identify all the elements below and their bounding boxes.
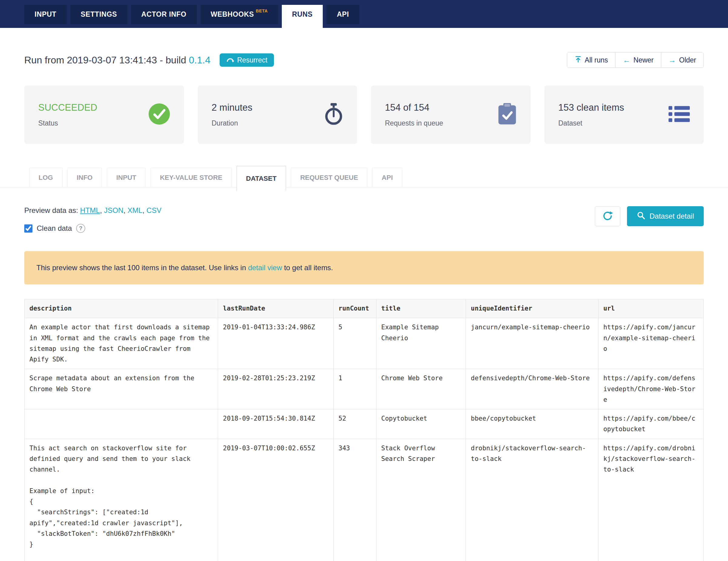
older-label: Older bbox=[679, 56, 696, 64]
dataset-value: 153 clean items bbox=[558, 102, 624, 113]
build-version-link[interactable]: 0.1.4 bbox=[189, 55, 211, 66]
status-label: Status bbox=[38, 119, 97, 127]
column-header-url: url bbox=[598, 299, 703, 318]
cell-description: Scrape metadata about an extension from … bbox=[25, 369, 218, 409]
notice-wrapper: This preview shows the last 100 items in… bbox=[0, 251, 728, 284]
separator: , bbox=[123, 206, 127, 215]
cell-description: An example actor that first downloads a … bbox=[25, 318, 218, 369]
newer-label: Newer bbox=[633, 56, 653, 64]
tab-api[interactable]: API bbox=[372, 168, 402, 187]
cell-title: Chrome Web Store bbox=[376, 369, 466, 409]
preview-controls: Preview data as: HTML, JSON, XML, CSV Cl… bbox=[0, 206, 728, 233]
tab-log[interactable]: LOG bbox=[29, 168, 62, 187]
preview-label: Preview data as: bbox=[24, 206, 80, 215]
notice-text-after: to get all items. bbox=[282, 264, 333, 272]
all-runs-button[interactable]: All runs bbox=[567, 52, 615, 68]
cell-runcount: 5 bbox=[333, 318, 376, 369]
status-value: SUCCEEDED bbox=[38, 102, 97, 113]
format-link-html[interactable]: HTML bbox=[80, 206, 100, 215]
cell-lastrundate: 2019-03-07T10:00:02.655Z bbox=[218, 439, 334, 561]
cell-lastrundate: 2018-09-20T15:54:30.814Z bbox=[218, 409, 334, 439]
run-stats: SUCCEEDED Status 2 minutes Duration 154 … bbox=[0, 86, 728, 144]
table-row: Scrape metadata about an extension from … bbox=[25, 369, 704, 409]
table-row: 2018-09-20T15:54:30.814Z 52 Copytobucket… bbox=[25, 409, 704, 439]
all-runs-icon bbox=[575, 56, 582, 65]
nav-tab-runs[interactable]: RUNS bbox=[282, 5, 323, 31]
column-header-title: title bbox=[376, 299, 466, 318]
detail-view-link[interactable]: detail view bbox=[248, 264, 282, 272]
stopwatch-icon bbox=[324, 103, 343, 126]
cell-title: Stack Overflow Search Scraper bbox=[376, 439, 466, 561]
nav-tab-input[interactable]: INPUT bbox=[24, 5, 67, 24]
stat-card-duration: 2 minutes Duration bbox=[198, 86, 357, 144]
cell-url: https://apify.com/drobnikj/stackoverflow… bbox=[598, 439, 703, 561]
cell-uniqueidentifier: jancurn/example-sitemap-cheerio bbox=[466, 318, 598, 369]
resurrect-button[interactable]: Resurrect bbox=[220, 53, 274, 67]
notice-text-before: This preview shows the last 100 items in… bbox=[36, 264, 248, 272]
help-question-icon[interactable]: ? bbox=[76, 224, 85, 233]
clean-data-label: Clean data bbox=[37, 224, 72, 233]
check-circle-icon bbox=[149, 103, 170, 126]
table-row: An example actor that first downloads a … bbox=[25, 318, 704, 369]
cell-title: Example Sitemap Cheerio bbox=[376, 318, 466, 369]
requests-value: 154 of 154 bbox=[385, 102, 443, 113]
tab-dataset[interactable]: DATASET bbox=[237, 166, 286, 191]
cell-lastrundate: 2019-02-28T01:25:23.219Z bbox=[218, 369, 334, 409]
list-icon bbox=[669, 105, 690, 124]
duration-value: 2 minutes bbox=[212, 102, 252, 113]
cell-uniqueidentifier: drobnikj/stackoverflow-search-to-slack bbox=[466, 439, 598, 561]
page-title: Run from 2019-03-07 13:41:43 - build 0.1… bbox=[24, 55, 211, 66]
stat-card-dataset: 153 clean items Dataset bbox=[544, 86, 704, 144]
cell-title: Copytobucket bbox=[376, 409, 466, 439]
arrow-left-icon: ← bbox=[623, 56, 630, 64]
top-nav: INPUT SETTINGS ACTOR INFO WEBHOOKS BETA … bbox=[0, 0, 728, 28]
column-header-description: description bbox=[25, 299, 218, 318]
tab-input[interactable]: INPUT bbox=[107, 168, 146, 187]
cell-runcount: 52 bbox=[333, 409, 376, 439]
newer-run-button[interactable]: ← Newer bbox=[615, 52, 661, 68]
dataset-preview-table: description lastRunDate runCount title u… bbox=[24, 299, 704, 561]
stat-card-requests: 154 of 154 Requests in queue bbox=[371, 86, 531, 144]
cell-url: https://apify.com/bbee/copytobucket bbox=[598, 409, 703, 439]
cell-url: https://apify.com/jancurn/example-sitema… bbox=[598, 318, 703, 369]
separator: , bbox=[143, 206, 147, 215]
cell-uniqueidentifier: bbee/copytobucket bbox=[466, 409, 598, 439]
format-link-xml[interactable]: XML bbox=[127, 206, 142, 215]
clean-data-checkbox[interactable] bbox=[24, 225, 32, 233]
format-link-csv[interactable]: CSV bbox=[147, 206, 161, 215]
nav-tab-webhooks[interactable]: WEBHOOKS BETA bbox=[201, 5, 278, 24]
nav-tab-settings[interactable]: SETTINGS bbox=[70, 5, 127, 24]
requests-label: Requests in queue bbox=[385, 119, 443, 127]
nav-tab-api[interactable]: API bbox=[326, 5, 359, 24]
arrow-right-icon: → bbox=[669, 56, 676, 64]
preview-notice-banner: This preview shows the last 100 items in… bbox=[24, 251, 704, 284]
cell-description bbox=[25, 409, 218, 439]
storage-tabs: LOG INFO INPUT KEY-VALUE STORE DATASET R… bbox=[0, 162, 728, 188]
cell-uniqueidentifier: defensivedepth/Chrome-Web-Store bbox=[466, 369, 598, 409]
magnifier-icon bbox=[637, 211, 645, 221]
refresh-icon bbox=[602, 211, 613, 222]
page-title-text: Run from 2019-03-07 13:41:43 - build bbox=[24, 55, 189, 66]
column-header-runcount: runCount bbox=[333, 299, 376, 318]
table-row: This act search on stackoverflow site fo… bbox=[25, 439, 704, 561]
older-run-button[interactable]: → Older bbox=[661, 52, 703, 68]
resurrect-label: Resurrect bbox=[237, 56, 268, 64]
nav-tab-actor-info[interactable]: ACTOR INFO bbox=[131, 5, 197, 24]
dataset-detail-label: Dataset detail bbox=[649, 212, 694, 221]
all-runs-label: All runs bbox=[585, 56, 608, 64]
tab-info[interactable]: INFO bbox=[67, 168, 102, 187]
table-header-row: description lastRunDate runCount title u… bbox=[25, 299, 704, 318]
dataset-detail-button[interactable]: Dataset detail bbox=[627, 206, 704, 226]
title-row: Run from 2019-03-07 13:41:43 - build 0.1… bbox=[0, 52, 728, 68]
run-navigation: All runs ← Newer → Older bbox=[567, 52, 704, 68]
refresh-button[interactable] bbox=[595, 206, 620, 226]
cell-lastrundate: 2019-01-04T13:33:24.986Z bbox=[218, 318, 334, 369]
separator: , bbox=[100, 206, 104, 215]
tab-key-value-store[interactable]: KEY-VALUE STORE bbox=[150, 168, 232, 187]
preview-format-links: Preview data as: HTML, JSON, XML, CSV bbox=[24, 206, 161, 215]
resurrect-icon bbox=[226, 56, 234, 64]
dataset-label: Dataset bbox=[558, 119, 624, 127]
cell-runcount: 1 bbox=[333, 369, 376, 409]
tab-request-queue[interactable]: REQUEST QUEUE bbox=[291, 168, 368, 187]
format-link-json[interactable]: JSON bbox=[104, 206, 123, 215]
